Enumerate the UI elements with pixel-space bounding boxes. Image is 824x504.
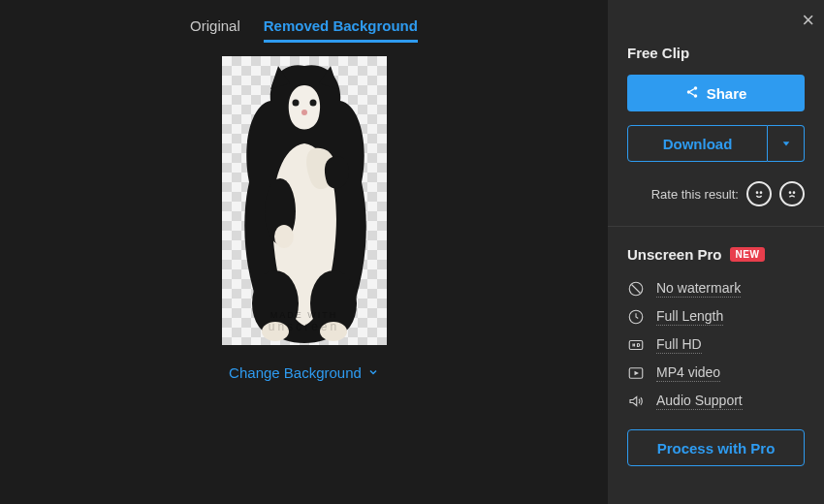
pro-header: Unscreen Pro NEW bbox=[627, 246, 805, 263]
pro-panel: Unscreen Pro NEW No watermark Full Lengt… bbox=[608, 227, 824, 486]
feature-full-length: Full Length bbox=[627, 308, 805, 326]
rate-row: Rate this result: bbox=[627, 181, 805, 206]
feature-mp4: MP4 video bbox=[627, 364, 805, 382]
preview-wrap: MADE WITH unscreen Change Background bbox=[222, 56, 387, 381]
svg-point-11 bbox=[693, 94, 697, 98]
feature-audio: Audio Support bbox=[627, 393, 805, 410]
audio-icon bbox=[627, 393, 645, 410]
feature-no-watermark-label: No watermark bbox=[656, 280, 741, 298]
watermark-line1: MADE WITH bbox=[270, 310, 338, 320]
svg-point-7 bbox=[292, 100, 299, 107]
rate-label: Rate this result: bbox=[651, 187, 739, 202]
close-icon[interactable]: × bbox=[802, 8, 814, 33]
feature-full-length-label: Full Length bbox=[656, 308, 723, 326]
process-with-pro-button[interactable]: Process with Pro bbox=[627, 429, 805, 466]
hd-icon bbox=[627, 336, 645, 354]
change-background-button[interactable]: Change Background bbox=[229, 364, 379, 381]
svg-marker-22 bbox=[635, 371, 640, 376]
free-clip-title: Free Clip bbox=[627, 45, 805, 61]
svg-line-18 bbox=[632, 285, 641, 294]
feature-no-watermark: No watermark bbox=[627, 280, 805, 298]
download-row: Download bbox=[627, 125, 805, 162]
free-clip-panel: Free Clip Share Download Rate this resul… bbox=[608, 0, 824, 227]
main-area: Original Removed Background bbox=[0, 0, 608, 504]
new-badge: NEW bbox=[730, 247, 766, 262]
pro-features: No watermark Full Length Full HD MP4 vid… bbox=[627, 280, 805, 410]
share-button[interactable]: Share bbox=[627, 75, 805, 111]
rate-good-button[interactable] bbox=[746, 181, 772, 206]
svg-point-9 bbox=[693, 86, 697, 90]
pro-title: Unscreen Pro bbox=[627, 246, 722, 263]
feature-mp4-label: MP4 video bbox=[656, 364, 720, 382]
play-icon bbox=[627, 364, 645, 382]
svg-point-10 bbox=[686, 90, 690, 94]
download-button[interactable]: Download bbox=[627, 125, 768, 162]
feature-full-hd: Full HD bbox=[627, 336, 805, 354]
share-icon bbox=[685, 85, 699, 102]
no-watermark-icon bbox=[627, 280, 645, 298]
svg-point-2 bbox=[274, 225, 294, 248]
svg-point-16 bbox=[793, 192, 794, 193]
svg-point-8 bbox=[309, 100, 316, 107]
foreground-subject bbox=[222, 56, 387, 345]
download-dropdown-button[interactable] bbox=[768, 125, 805, 162]
watermark-line2: unscreen bbox=[269, 320, 339, 333]
sidebar: × Free Clip Share Download Rate this res… bbox=[608, 0, 824, 504]
download-label: Download bbox=[663, 136, 733, 152]
chevron-down-icon bbox=[367, 364, 379, 381]
tab-original[interactable]: Original bbox=[190, 17, 240, 43]
feature-full-hd-label: Full HD bbox=[656, 336, 702, 354]
svg-point-13 bbox=[756, 192, 757, 193]
result-tabs: Original Removed Background bbox=[190, 17, 418, 43]
tab-removed-background[interactable]: Removed Background bbox=[264, 17, 418, 43]
preview-result: MADE WITH unscreen bbox=[222, 56, 387, 345]
process-pro-label: Process with Pro bbox=[657, 440, 776, 457]
share-label: Share bbox=[707, 85, 747, 102]
svg-point-14 bbox=[760, 192, 761, 193]
clock-icon bbox=[627, 308, 645, 326]
svg-marker-12 bbox=[782, 142, 789, 145]
rate-bad-button[interactable] bbox=[779, 181, 805, 206]
svg-point-0 bbox=[301, 110, 307, 115]
svg-rect-20 bbox=[629, 341, 643, 350]
feature-audio-label: Audio Support bbox=[656, 393, 743, 410]
watermark: MADE WITH unscreen bbox=[222, 310, 387, 333]
svg-point-15 bbox=[789, 192, 790, 193]
change-background-label: Change Background bbox=[229, 364, 362, 381]
